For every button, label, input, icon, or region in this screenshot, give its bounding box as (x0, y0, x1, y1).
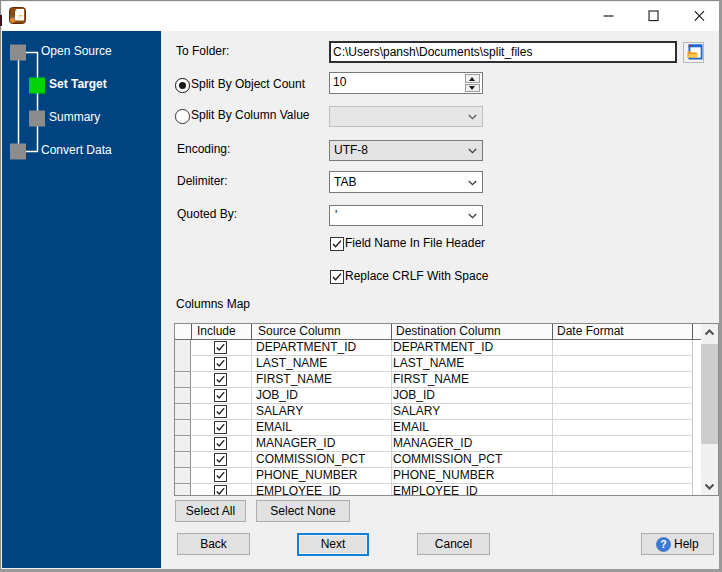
svg-text:?: ? (660, 538, 666, 550)
